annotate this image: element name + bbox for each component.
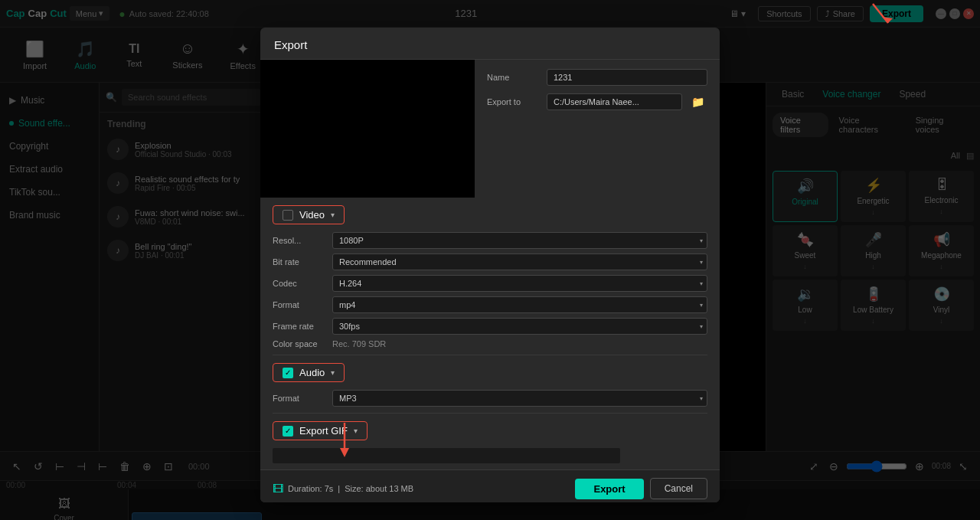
bitrate-row: Bit rate RecommendedHighLow ▾	[273, 253, 707, 270]
red-arrow-top-annotation	[850, 0, 896, 38]
export-to-input[interactable]	[547, 93, 682, 110]
export-confirm-label: Export	[593, 483, 625, 495]
audio-format-label: Format	[273, 394, 326, 403]
modal-footer: 🎞 Duration: 7s | Size: about 13 MB Expor…	[260, 469, 720, 502]
video-settings: Resol... 1080P720P4K ▾ Bit rate Recommen…	[260, 229, 720, 355]
duration-label: Duration: 7s	[288, 484, 333, 493]
framerate-row: Frame rate 30fps24fps60fps ▾	[273, 318, 707, 335]
video-section-arrow: ▾	[331, 211, 335, 219]
cancel-label: Cancel	[665, 483, 693, 494]
bitrate-label: Bit rate	[273, 257, 326, 267]
modal-preview	[260, 60, 475, 198]
codec-select[interactable]: H.264H.265	[332, 275, 707, 292]
audio-section-arrow: ▾	[331, 368, 335, 377]
gif-section-header: ✓ Export GIF ▾	[260, 414, 720, 445]
svg-marker-1	[882, 17, 893, 23]
resolution-select-wrapper: 1080P720P4K ▾	[332, 232, 707, 249]
footer-separator: |	[338, 484, 340, 493]
modal-overlay: Export Name Export to 📁 Video	[0, 0, 980, 520]
gif-placeholder	[260, 445, 720, 469]
audio-format-select-wrapper: MP3AACWAV ▾	[332, 390, 707, 407]
export-to-row: Export to 📁	[487, 93, 707, 110]
modal-scroll-area: Video ▾ Resol... 1080P720P4K ▾ Bit rate	[260, 198, 720, 469]
framerate-select[interactable]: 30fps24fps60fps	[332, 318, 707, 335]
name-input[interactable]	[547, 69, 707, 86]
format-select[interactable]: mp4mov	[332, 296, 707, 313]
gif-section-arrow: ▾	[354, 427, 358, 435]
audio-section-title: Audio	[299, 367, 325, 378]
export-to-label: Export to	[487, 97, 541, 106]
resolution-select[interactable]: 1080P720P4K	[332, 232, 707, 249]
codec-row: Codec H.264H.265 ▾	[273, 275, 707, 292]
gif-section-toggle[interactable]: ✓ Export GIF ▾	[273, 421, 368, 440]
bitrate-select-wrapper: RecommendedHighLow ▾	[332, 253, 707, 270]
audio-checkbox[interactable]: ✓	[283, 368, 293, 378]
cancel-button[interactable]: Cancel	[650, 478, 707, 499]
footer-info: 🎞 Duration: 7s | Size: about 13 MB	[273, 482, 569, 495]
name-row: Name	[487, 69, 707, 86]
video-section-toggle[interactable]: Video ▾	[273, 205, 345, 224]
modal-settings: Name Export to 📁	[475, 60, 720, 198]
colorspace-row: Color space Rec. 709 SDR	[273, 339, 707, 348]
format-row: Format mp4mov ▾	[273, 296, 707, 313]
audio-section-toggle[interactable]: ✓ Audio ▾	[273, 363, 345, 382]
bitrate-select[interactable]: RecommendedHighLow	[332, 253, 707, 270]
codec-label: Codec	[273, 279, 326, 288]
folder-browse-button[interactable]: 📁	[688, 94, 707, 110]
gif-section-title: Export GIF	[299, 425, 348, 437]
format-label: Format	[273, 300, 326, 309]
film-icon: 🎞	[273, 482, 283, 495]
audio-settings: Format MP3AACWAV ▾	[260, 387, 720, 413]
modal-body: Name Export to 📁	[260, 60, 720, 198]
gif-size-bar	[273, 448, 620, 463]
resolution-row: Resol... 1080P720P4K ▾	[273, 232, 707, 249]
resolution-label: Resol...	[273, 236, 326, 245]
colorspace-value: Rec. 709 SDR	[332, 339, 386, 348]
audio-format-select[interactable]: MP3AACWAV	[332, 390, 707, 407]
framerate-select-wrapper: 30fps24fps60fps ▾	[332, 318, 707, 335]
audio-format-row: Format MP3AACWAV ▾	[273, 390, 707, 407]
name-label: Name	[487, 73, 541, 82]
format-select-wrapper: mp4mov ▾	[332, 296, 707, 313]
svg-line-0	[873, 4, 888, 23]
audio-section-header: ✓ Audio ▾	[260, 355, 720, 387]
size-label: Size: about 13 MB	[345, 484, 413, 493]
gif-checkbox[interactable]: ✓	[283, 426, 293, 437]
framerate-label: Frame rate	[273, 322, 326, 331]
modal-title: Export	[260, 28, 720, 60]
video-checkbox[interactable]	[283, 210, 293, 221]
video-section-header: Video ▾	[260, 198, 720, 229]
export-confirm-button[interactable]: Export	[575, 479, 643, 499]
export-modal: Export Name Export to 📁 Video	[260, 28, 720, 502]
colorspace-label: Color space	[273, 339, 326, 348]
codec-select-wrapper: H.264H.265 ▾	[332, 275, 707, 292]
video-section-title: Video	[299, 209, 325, 221]
